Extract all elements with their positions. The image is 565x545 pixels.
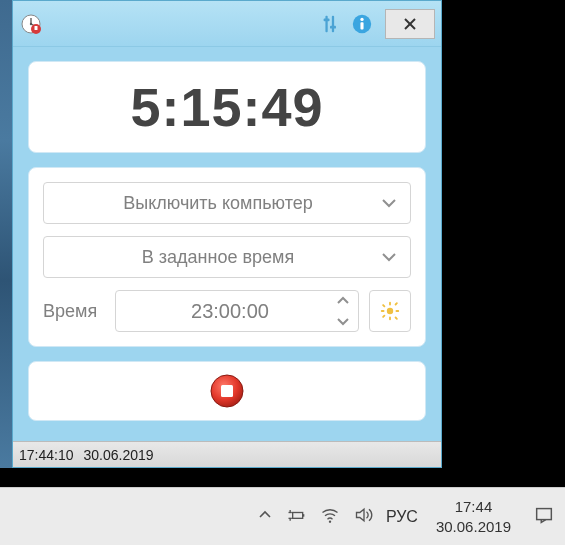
svg-rect-8 [324, 18, 330, 21]
status-date: 30.06.2019 [84, 447, 154, 463]
info-icon[interactable] [347, 9, 377, 39]
taskbar-clock-date: 30.06.2019 [436, 517, 511, 537]
svg-rect-19 [396, 310, 400, 312]
tray-expand-icon[interactable] [258, 508, 272, 526]
language-indicator[interactable]: РУС [386, 508, 418, 526]
svg-rect-16 [389, 302, 391, 306]
chevron-down-icon [380, 194, 398, 212]
settings-panel: Выключить компьютер В заданное время Вре… [28, 167, 426, 347]
time-spinner [336, 292, 350, 330]
wifi-icon[interactable] [320, 505, 340, 529]
time-value: 23:00:00 [124, 300, 336, 323]
content-area: 5:15:49 Выключить компьютер В заданное в… [13, 47, 441, 421]
svg-point-15 [387, 308, 393, 314]
taskbar-clock[interactable]: 17:44 30.06.2019 [436, 497, 511, 536]
desktop-background-strip [0, 0, 12, 468]
status-time: 17:44:10 [19, 447, 74, 463]
svg-rect-5 [35, 26, 38, 30]
mode-dropdown-label: В заданное время [56, 247, 380, 268]
time-field-label: Время [43, 301, 105, 322]
app-icon [21, 14, 41, 34]
svg-rect-22 [394, 302, 398, 306]
svg-rect-18 [381, 310, 385, 312]
svg-rect-9 [330, 25, 336, 28]
svg-rect-27 [303, 514, 305, 517]
notifications-icon[interactable] [533, 504, 555, 530]
svg-rect-7 [332, 15, 334, 32]
svg-rect-34 [537, 508, 552, 519]
svg-rect-6 [325, 15, 327, 32]
svg-rect-12 [360, 22, 363, 29]
time-input[interactable]: 23:00:00 [115, 290, 359, 332]
close-button[interactable] [385, 9, 435, 39]
spinner-down-icon[interactable] [336, 312, 350, 330]
svg-point-32 [329, 520, 331, 522]
action-dropdown[interactable]: Выключить компьютер [43, 182, 411, 224]
svg-marker-33 [356, 509, 364, 521]
taskbar: РУС 17:44 30.06.2019 [0, 487, 565, 545]
svg-rect-26 [293, 512, 303, 518]
statusbar: 17:44:10 30.06.2019 [13, 441, 441, 467]
stop-button[interactable] [209, 373, 245, 409]
svg-rect-17 [389, 317, 391, 321]
mode-dropdown[interactable]: В заданное время [43, 236, 411, 278]
time-row: Время 23:00:00 [43, 290, 411, 332]
titlebar [13, 1, 441, 47]
time-options-button[interactable] [369, 290, 411, 332]
svg-rect-23 [382, 314, 386, 318]
system-tray [258, 505, 374, 529]
svg-point-11 [360, 17, 363, 20]
svg-rect-21 [394, 316, 398, 320]
action-dropdown-label: Выключить компьютер [56, 193, 380, 214]
countdown-display: 5:15:49 [43, 76, 411, 138]
volume-icon[interactable] [354, 505, 374, 529]
taskbar-clock-time: 17:44 [436, 497, 511, 517]
settings-icon[interactable] [315, 9, 345, 39]
countdown-panel: 5:15:49 [28, 61, 426, 153]
svg-rect-20 [382, 304, 386, 308]
chevron-down-icon [380, 248, 398, 266]
shutdown-timer-window: 5:15:49 Выключить компьютер В заданное в… [12, 0, 442, 468]
power-icon[interactable] [286, 505, 306, 529]
control-panel [28, 361, 426, 421]
svg-rect-25 [221, 385, 233, 397]
spinner-up-icon[interactable] [336, 292, 350, 310]
